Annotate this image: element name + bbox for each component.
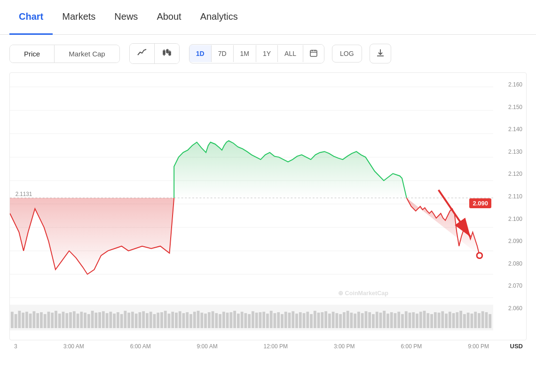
price-toggle-btn[interactable]: Price	[10, 45, 55, 63]
svg-rect-40	[44, 314, 47, 328]
svg-rect-116	[321, 312, 323, 328]
svg-rect-159	[478, 313, 481, 328]
svg-rect-74	[168, 314, 171, 328]
svg-rect-56	[102, 311, 105, 328]
svg-rect-65	[135, 314, 138, 328]
y-label-9: 2.080	[495, 260, 522, 267]
svg-rect-149	[441, 311, 444, 328]
svg-rect-112	[306, 312, 309, 328]
y-label-2: 2.150	[495, 104, 522, 110]
log-scale-btn[interactable]: LOG	[332, 45, 362, 63]
svg-rect-127	[361, 313, 364, 328]
svg-rect-133	[383, 311, 386, 328]
svg-rect-105	[281, 314, 284, 328]
tab-chart[interactable]: Chart	[9, 0, 53, 35]
svg-rect-107	[288, 313, 291, 328]
svg-rect-87	[215, 313, 218, 328]
svg-rect-121	[339, 314, 342, 328]
marketcap-toggle-btn[interactable]: Market Cap	[55, 45, 119, 63]
svg-rect-81	[193, 312, 196, 328]
x-axis-labels: 3 3:00 AM 6:00 AM 9:00 AM 12:00 PM 3:00 …	[9, 342, 494, 350]
calendar-btn[interactable]	[303, 45, 324, 63]
svg-rect-33	[18, 311, 21, 328]
y-label-5: 2.120	[495, 171, 522, 177]
svg-rect-102	[270, 311, 273, 328]
svg-rect-157	[471, 314, 473, 328]
svg-rect-145	[426, 313, 429, 328]
svg-rect-48	[73, 311, 76, 328]
svg-rect-44	[58, 314, 61, 328]
svg-rect-66	[138, 312, 141, 328]
tab-about[interactable]: About	[147, 0, 190, 35]
svg-rect-59	[113, 314, 116, 328]
svg-rect-83	[200, 313, 203, 328]
time-1y-btn[interactable]: 1Y	[256, 45, 278, 62]
svg-rect-128	[365, 311, 368, 328]
svg-rect-50	[80, 312, 83, 328]
x-label-3: 3	[14, 343, 17, 350]
svg-rect-84	[204, 314, 207, 328]
svg-rect-57	[106, 313, 109, 328]
candle-chart-btn[interactable]	[155, 44, 179, 63]
svg-rect-42	[51, 313, 54, 328]
svg-rect-122	[343, 312, 346, 328]
svg-rect-131	[376, 312, 378, 328]
time-all-btn[interactable]: ALL	[278, 45, 303, 62]
svg-rect-110	[299, 312, 302, 328]
svg-rect-98	[255, 313, 258, 328]
svg-rect-77	[179, 311, 181, 328]
svg-text:2.1131: 2.1131	[16, 191, 32, 197]
svg-rect-79	[186, 312, 189, 328]
time-7d-btn[interactable]: 7D	[212, 45, 234, 62]
svg-rect-76	[175, 313, 178, 328]
x-label-3pm: 3:00 PM	[334, 343, 355, 350]
svg-rect-114	[314, 311, 316, 328]
current-price-badge: 2.090	[469, 198, 491, 208]
toolbar: Price Market Cap 1D 7D 1M 1Y	[0, 35, 536, 72]
tab-markets[interactable]: Markets	[53, 0, 105, 35]
svg-rect-36	[29, 314, 32, 328]
svg-rect-60	[117, 312, 119, 328]
svg-rect-153	[456, 312, 458, 328]
svg-rect-54	[95, 313, 97, 328]
svg-text:⊕ CoinMarketCap: ⊕ CoinMarketCap	[338, 290, 388, 297]
svg-rect-37	[32, 311, 35, 328]
svg-rect-151	[449, 312, 451, 328]
time-range-group: 1D 7D 1M 1Y ALL	[189, 44, 324, 63]
svg-rect-80	[189, 314, 192, 328]
svg-rect-67	[142, 311, 145, 328]
svg-rect-158	[474, 312, 477, 328]
svg-rect-109	[295, 314, 298, 328]
svg-rect-99	[259, 312, 262, 328]
svg-rect-137	[397, 312, 400, 328]
chart-container: 2.1131	[9, 72, 527, 340]
svg-rect-160	[481, 311, 484, 328]
svg-rect-144	[423, 311, 426, 328]
svg-rect-53	[91, 311, 94, 328]
svg-rect-142	[416, 314, 418, 328]
time-1m-btn[interactable]: 1M	[234, 45, 256, 62]
svg-rect-130	[372, 314, 375, 328]
svg-rect-120	[335, 313, 338, 328]
time-1d-btn[interactable]: 1D	[189, 45, 212, 62]
x-label-6am: 6:00 AM	[130, 343, 151, 350]
download-btn[interactable]	[370, 44, 391, 63]
svg-rect-88	[219, 314, 221, 328]
x-label-3am: 3:00 AM	[63, 343, 84, 350]
svg-rect-96	[248, 314, 251, 328]
chart-type-group	[129, 43, 180, 64]
line-chart-btn[interactable]	[130, 44, 155, 63]
y-axis: 2.160 2.150 2.140 2.130 2.120 2.110 2.10…	[493, 73, 526, 340]
svg-point-28	[477, 253, 482, 259]
svg-rect-129	[368, 312, 371, 328]
svg-rect-45	[62, 312, 65, 328]
svg-rect-64	[131, 312, 134, 328]
svg-rect-95	[244, 313, 247, 328]
svg-rect-104	[277, 312, 280, 328]
tab-analytics[interactable]: Analytics	[191, 0, 247, 35]
svg-rect-73	[164, 311, 167, 328]
svg-rect-162	[489, 314, 491, 328]
tab-news[interactable]: News	[105, 0, 147, 35]
x-label-6pm: 6:00 PM	[401, 343, 422, 350]
svg-rect-91	[229, 312, 232, 328]
